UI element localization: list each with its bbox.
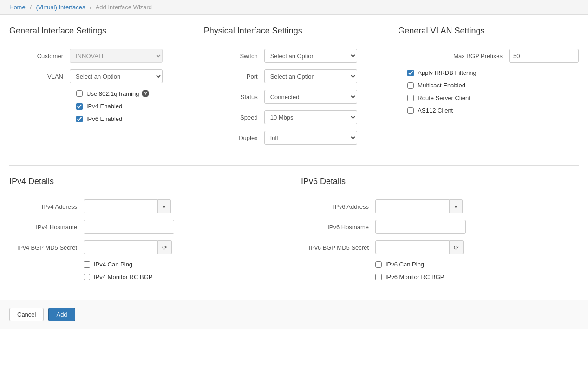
as112-checkbox[interactable]: [407, 107, 414, 114]
ipv6-details-title: IPv6 Details: [301, 177, 579, 190]
ipv4-enabled-checkbox[interactable]: [76, 103, 83, 110]
ipv4-monitor-rc-bgp-label[interactable]: IPv4 Monitor RC BGP: [94, 273, 152, 280]
ipv6-address-dropdown-button[interactable]: ▼: [450, 199, 463, 213]
section-divider: [9, 165, 579, 166]
ipv6-monitor-rc-bgp-label[interactable]: IPv6 Monitor RC BGP: [385, 273, 444, 280]
ipv6-enabled-label[interactable]: IPv6 Enabled: [86, 115, 122, 122]
add-button[interactable]: Add: [48, 308, 75, 321]
ipv6-bgp-md5-input-group: ⟳: [375, 240, 464, 254]
ipv4-monitor-rc-bgp-row: IPv4 Monitor RC BGP: [84, 273, 287, 280]
speed-label: Speed: [204, 114, 264, 121]
ipv4-hostname-label: IPv4 Hostname: [9, 224, 84, 231]
switch-row: Switch Select an Option: [204, 49, 385, 63]
ipv4-address-dropdown-button[interactable]: ▼: [158, 199, 171, 213]
multicast-enabled-label[interactable]: Multicast Enabled: [418, 82, 465, 89]
max-bgp-row: Max BGP Prefixes: [398, 49, 579, 63]
switch-label: Switch: [204, 53, 264, 60]
customer-select[interactable]: INNOVATE: [70, 49, 163, 63]
ipv6-monitor-rc-bgp-checkbox[interactable]: [375, 274, 382, 280]
ipv4-details-title: IPv4 Details: [9, 177, 287, 190]
general-interface-section: General Interface Settings Customer INNO…: [9, 26, 204, 151]
ipv4-details-section: IPv4 Details IPv4 Address ▼ IPv4 Hostnam…: [9, 177, 301, 286]
ipv4-address-input-group: ▼: [84, 199, 171, 213]
multicast-enabled-row: Multicast Enabled: [398, 82, 579, 89]
breadcrumb-sep-1: /: [30, 4, 32, 11]
ipv6-bgp-md5-input[interactable]: [375, 240, 450, 254]
ipv6-enabled-checkbox[interactable]: [76, 116, 83, 122]
ipv6-bgp-md5-refresh-button[interactable]: ⟳: [450, 240, 464, 254]
ipv6-address-input[interactable]: [375, 199, 450, 213]
ipv4-can-ping-checkbox[interactable]: [84, 261, 90, 268]
footer: Cancel Add: [0, 300, 588, 329]
ipv4-bgp-md5-label: IPv4 BGP MD5 Secret: [9, 244, 84, 251]
apply-irrdb-row: Apply IRRDB Filtering: [398, 69, 579, 76]
ipv4-address-label: IPv4 Address: [9, 203, 84, 210]
port-select[interactable]: Select an Option: [264, 69, 357, 83]
ipv4-address-input[interactable]: [84, 199, 158, 213]
port-label: Port: [204, 73, 264, 80]
apply-irrdb-label[interactable]: Apply IRRDB Filtering: [418, 69, 476, 76]
ipv6-can-ping-row: IPv6 Can Ping: [375, 261, 579, 268]
duplex-select[interactable]: full half auto: [264, 131, 357, 145]
ipv4-can-ping-row: IPv4 Can Ping: [84, 261, 287, 268]
ipv4-can-ping-label[interactable]: IPv4 Can Ping: [94, 261, 132, 268]
ipv6-hostname-label: IPv6 Hostname: [301, 224, 375, 231]
multicast-enabled-checkbox[interactable]: [407, 82, 414, 89]
breadcrumb-virtual-interfaces-link[interactable]: (Virtual) Interfaces: [36, 4, 85, 11]
apply-irrdb-checkbox[interactable]: [407, 70, 414, 76]
ipv6-can-ping-checkbox[interactable]: [375, 261, 382, 268]
top-sections: General Interface Settings Customer INNO…: [9, 26, 579, 151]
status-label: Status: [204, 93, 264, 100]
status-row: Status Connected Not Connected: [204, 90, 385, 104]
ipv6-hostname-input[interactable]: [375, 220, 466, 234]
ipv6-bgp-md5-label: IPv6 BGP MD5 Secret: [301, 244, 375, 251]
duplex-label: Duplex: [204, 134, 264, 141]
ipv6-monitor-rc-bgp-row: IPv6 Monitor RC BGP: [375, 273, 579, 280]
breadcrumb-sep-2: /: [90, 4, 91, 11]
ipv4-hostname-input[interactable]: [84, 220, 174, 234]
ipv6-bgp-md5-row: IPv6 BGP MD5 Secret ⟳: [301, 240, 579, 254]
ipv4-address-row: IPv4 Address ▼: [9, 199, 287, 213]
max-bgp-label: Max BGP Prefixes: [453, 53, 509, 60]
speed-select[interactable]: 10 Mbps 100 Mbps 1 Gbps 10 Gbps: [264, 110, 357, 124]
customer-row: Customer INNOVATE: [9, 49, 190, 63]
ipv6-enabled-row: IPv6 Enabled: [76, 115, 190, 122]
breadcrumb: Home / (Virtual) Interfaces / Add Interf…: [0, 0, 588, 15]
ipv4-enabled-label[interactable]: IPv4 Enabled: [86, 103, 122, 110]
route-server-label[interactable]: Route Server Client: [418, 94, 470, 101]
help-icon[interactable]: ?: [142, 90, 149, 97]
route-server-checkbox[interactable]: [407, 95, 414, 101]
switch-select[interactable]: Select an Option: [264, 49, 357, 63]
port-row: Port Select an Option: [204, 69, 385, 83]
ipv4-bgp-md5-input-group: ⟳: [84, 240, 172, 254]
use-8021q-row: Use 802.1q framing ?: [76, 90, 190, 97]
ipv6-address-input-group: ▼: [375, 199, 463, 213]
ipv6-can-ping-label[interactable]: IPv6 Can Ping: [385, 261, 424, 268]
ipv6-address-label: IPv6 Address: [301, 203, 375, 210]
duplex-row: Duplex full half auto: [204, 131, 385, 145]
customer-label: Customer: [9, 53, 70, 60]
ipv4-enabled-row: IPv4 Enabled: [76, 103, 190, 110]
vlan-select[interactable]: Select an Option: [70, 69, 163, 83]
physical-interface-section: Physical Interface Settings Switch Selec…: [204, 26, 399, 151]
ipv4-bgp-md5-refresh-button[interactable]: ⟳: [158, 240, 172, 254]
status-select[interactable]: Connected Not Connected: [264, 90, 357, 104]
use-8021q-checkbox[interactable]: [76, 90, 83, 97]
ipv6-details-section: IPv6 Details IPv6 Address ▼ IPv6 Hostnam…: [301, 177, 579, 286]
general-vlan-title: General VLAN Settings: [398, 26, 579, 40]
ipv6-address-row: IPv6 Address ▼: [301, 199, 579, 213]
general-vlan-section: General VLAN Settings Max BGP Prefixes A…: [398, 26, 579, 151]
ipv4-monitor-rc-bgp-checkbox[interactable]: [84, 274, 90, 280]
speed-row: Speed 10 Mbps 100 Mbps 1 Gbps 10 Gbps: [204, 110, 385, 124]
main-content: General Interface Settings Customer INNO…: [0, 15, 588, 286]
use-8021q-label[interactable]: Use 802.1q framing: [86, 90, 139, 97]
ipv4-hostname-row: IPv4 Hostname: [9, 220, 287, 234]
cancel-button[interactable]: Cancel: [9, 308, 44, 321]
bottom-sections: IPv4 Details IPv4 Address ▼ IPv4 Hostnam…: [9, 177, 579, 286]
ipv4-bgp-md5-row: IPv4 BGP MD5 Secret ⟳: [9, 240, 287, 254]
vlan-row: VLAN Select an Option: [9, 69, 190, 83]
breadcrumb-home-link[interactable]: Home: [9, 4, 26, 11]
as112-label[interactable]: AS112 Client: [418, 107, 453, 114]
ipv4-bgp-md5-input[interactable]: [84, 240, 158, 254]
max-bgp-input[interactable]: [509, 49, 579, 63]
